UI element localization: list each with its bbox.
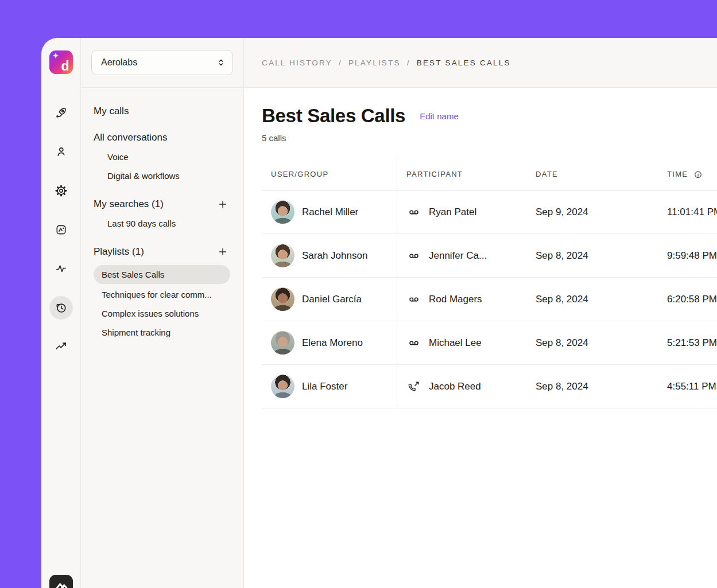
voicemail-icon <box>406 337 421 349</box>
participant-name: Michael Lee <box>429 337 482 349</box>
voicemail-icon <box>406 250 421 262</box>
playlist-view: Best Sales Calls Edit name 5 calls USER/… <box>244 88 717 588</box>
user-name: Sarah Johnson <box>302 250 367 262</box>
call-date: Sep 8, 2024 <box>526 321 658 364</box>
call-time: 11:01:41 PM <box>658 190 717 233</box>
call-time: 6:20:58 PM <box>658 278 717 321</box>
breadcrumb-call-history[interactable]: CALL HISTORY <box>262 59 332 67</box>
call-count: 5 calls <box>262 133 717 143</box>
sparkle-icon <box>51 52 61 62</box>
app-logo[interactable]: d <box>49 50 73 74</box>
call-date: Sep 8, 2024 <box>526 234 658 277</box>
call-time: 5:21:53 PM <box>658 321 717 364</box>
sidebar-section-my-searches: My searches (1) <box>94 194 230 214</box>
call-time: 4:55:11 PM <box>658 365 717 408</box>
table-header: USER/GROUP PARTICIPANT DATE TIME <box>262 158 717 190</box>
call-time: 9:59:48 PM <box>658 234 717 277</box>
table-row[interactable]: Daniel García Rod Magers Sep 8, 2024 6:2… <box>262 278 717 321</box>
app-window: d <box>41 38 717 588</box>
breadcrumb-playlists[interactable]: PLAYLISTS <box>348 59 401 67</box>
voicemail-icon <box>406 206 421 219</box>
table-row[interactable]: Elena Moreno Michael Lee Sep 8, 2024 5:2… <box>262 321 717 365</box>
edit-name-link[interactable]: Edit name <box>420 111 459 121</box>
ai-icon[interactable] <box>49 218 73 242</box>
column-user-group[interactable]: USER/GROUP <box>262 158 397 190</box>
participant-name: Rod Magers <box>429 294 482 305</box>
sidebar-item-my-calls[interactable]: My calls <box>94 102 230 121</box>
sidebar-item-shipment-tracking[interactable]: Shipment tracking <box>94 323 230 342</box>
user-name: Lila Foster <box>302 381 347 392</box>
participant-name: Ryan Patel <box>429 207 476 218</box>
updown-chevron-icon <box>215 57 227 68</box>
sidebar: Aerolabs My calls All conversations Voic… <box>81 38 244 588</box>
sidebar-item-complex-issues[interactable]: Complex issues solutions <box>94 304 230 323</box>
history-icon[interactable] <box>49 296 73 320</box>
avatar <box>271 331 294 355</box>
participant-name: Jennifer Ca... <box>429 250 487 262</box>
column-participant[interactable]: PARTICIPANT <box>397 158 526 190</box>
workspace-selector[interactable]: Aerolabs <box>91 50 233 75</box>
gear-icon[interactable] <box>49 179 73 203</box>
sidebar-item-all-conversations[interactable]: All conversations <box>94 128 230 147</box>
column-date[interactable]: DATE <box>526 158 658 190</box>
sidebar-item-digital-workflows[interactable]: Digital & workflows <box>94 166 230 185</box>
plus-icon <box>217 198 228 210</box>
breadcrumb-separator: / <box>339 59 342 67</box>
call-date: Sep 9, 2024 <box>526 190 658 233</box>
sidebar-item-voice[interactable]: Voice <box>94 147 230 166</box>
table-row[interactable]: Lila Foster Jacob Reed Sep 8, 2024 4:55:… <box>262 365 717 408</box>
sidebar-item-my-searches[interactable]: My searches (1) <box>94 198 164 210</box>
call-date: Sep 8, 2024 <box>526 278 658 321</box>
main-header: CALL HISTORY / PLAYLISTS / BEST SALES CA… <box>244 38 717 88</box>
calls-table: USER/GROUP PARTICIPANT DATE TIME Rachel … <box>262 158 717 408</box>
breadcrumb: CALL HISTORY / PLAYLISTS / BEST SALES CA… <box>262 59 511 67</box>
table-row[interactable]: Sarah Johnson Jennifer Ca... Sep 8, 2024… <box>262 234 717 278</box>
sidebar-section-playlists: Playlists (1) <box>94 242 230 262</box>
avatar <box>271 287 294 311</box>
column-time[interactable]: TIME <box>658 158 717 190</box>
breadcrumb-current: BEST SALES CALLS <box>417 59 511 67</box>
person-icon[interactable] <box>49 140 73 163</box>
add-playlist-button[interactable] <box>216 246 230 258</box>
workspace-avatar-icon[interactable] <box>49 575 73 588</box>
sidebar-header: Aerolabs <box>81 38 243 88</box>
sidebar-item-playlists[interactable]: Playlists (1) <box>94 246 144 258</box>
logo-letter: d <box>61 60 69 73</box>
breadcrumb-separator: / <box>407 59 410 67</box>
outgoing-call-icon <box>406 380 421 393</box>
info-icon[interactable] <box>693 169 703 180</box>
table-row[interactable]: Rachel Miller Ryan Patel Sep 9, 2024 11:… <box>262 190 717 234</box>
page-title: Best Sales Calls <box>262 105 405 127</box>
sidebar-item-last-90-days[interactable]: Last 90 days calls <box>94 214 230 233</box>
avatar <box>271 375 294 398</box>
trending-up-icon[interactable] <box>49 335 73 359</box>
workspace-selector-value: Aerolabs <box>101 57 137 68</box>
rocket-icon[interactable] <box>49 101 73 124</box>
avatar <box>271 200 294 224</box>
call-date: Sep 8, 2024 <box>526 365 658 408</box>
participant-name: Jacob Reed <box>429 381 481 392</box>
voicemail-icon <box>406 293 421 306</box>
user-name: Rachel Miller <box>302 207 358 218</box>
rail-nav <box>49 101 73 359</box>
plus-icon <box>217 246 228 258</box>
sidebar-nav: My calls All conversations Voice Digital… <box>81 88 243 342</box>
add-search-button[interactable] <box>216 198 230 210</box>
avatar <box>271 244 294 267</box>
sidebar-item-techniques[interactable]: Techniques for clear comm... <box>94 285 230 304</box>
user-name: Daniel García <box>302 294 362 305</box>
pulse-icon[interactable] <box>49 257 73 281</box>
main-content: CALL HISTORY / PLAYLISTS / BEST SALES CA… <box>244 38 717 588</box>
user-name: Elena Moreno <box>302 337 363 349</box>
icon-rail: d <box>41 38 81 588</box>
sidebar-item-best-sales-calls[interactable]: Best Sales Calls <box>94 265 230 284</box>
